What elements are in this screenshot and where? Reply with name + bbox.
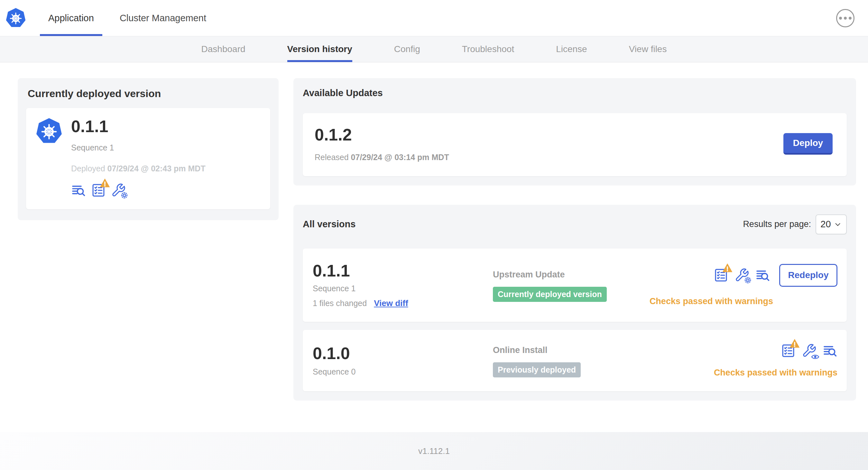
more-options-button[interactable] (836, 9, 855, 27)
update-released-timestamp: Released 07/29/24 @ 03:14 pm MDT (315, 153, 449, 162)
all-versions-card: All versions Results per page: 20 0.1.1 … (293, 205, 856, 401)
deployed-sequence: Sequence 1 (71, 143, 206, 153)
row-sequence: Sequence 0 (313, 367, 493, 376)
wrench-gear-icon[interactable] (735, 268, 749, 282)
version-source: Upstream Update (493, 270, 650, 280)
chevron-down-icon (834, 220, 842, 229)
files-changed-text: 1 files changed (313, 299, 367, 308)
deploy-button[interactable]: Deploy (783, 133, 833, 155)
row-version-number: 0.1.0 (313, 345, 493, 362)
main-content: Currently deployed version 0.1.1 Sequenc… (0, 62, 868, 432)
deployed-action-icons (71, 183, 206, 198)
tab-license[interactable]: License (556, 36, 587, 62)
results-per-page: Results per page: 20 (743, 214, 847, 234)
preflight-status-text: Checks passed with warnings (650, 296, 773, 306)
preflight-status-text: Checks passed with warnings (714, 368, 837, 378)
available-updates-title: Available Updates (303, 88, 847, 98)
log-lines-magnifier-icon[interactable] (71, 183, 86, 198)
footer: v1.112.1 (0, 432, 868, 470)
deployed-timestamp: Deployed 07/29/24 @ 02:43 pm MDT (71, 164, 206, 173)
wrench-eye-icon[interactable] (802, 343, 816, 358)
version-row-0-1-1: 0.1.1 Sequence 1 1 files changed View di… (303, 248, 847, 322)
tab-dashboard[interactable]: Dashboard (202, 36, 245, 62)
warning-triangle-icon (98, 177, 111, 189)
currently-deployed-title: Currently deployed version (28, 88, 270, 100)
top-nav: Application Cluster Management (0, 0, 868, 36)
version-source: Online Install (493, 345, 714, 355)
deployed-version-number: 0.1.1 (71, 118, 206, 135)
tab-config[interactable]: Config (394, 36, 420, 62)
wrench-gear-icon[interactable] (111, 183, 126, 198)
status-badge: Currently deployed version (493, 287, 607, 302)
results-per-page-label: Results per page: (743, 219, 811, 229)
row-sequence: Sequence 1 (313, 284, 493, 293)
version-row-0-1-0: 0.1.0 Sequence 0 Online Install Previous… (303, 330, 847, 391)
app-sub-nav: Dashboard Version history Config Trouble… (0, 36, 868, 62)
status-badge: Previously deployed (493, 362, 581, 377)
view-diff-link[interactable]: View diff (374, 298, 408, 308)
available-update-row: 0.1.2 Released 07/29/24 @ 03:14 pm MDT D… (303, 113, 847, 176)
kubernetes-app-icon (36, 118, 62, 145)
currently-deployed-card: Currently deployed version 0.1.1 Sequenc… (18, 78, 279, 220)
preflight-checklist-warning-icon[interactable] (781, 343, 796, 358)
eye-icon (811, 354, 820, 360)
all-versions-title: All versions (303, 219, 355, 230)
redeploy-button[interactable]: Redeploy (779, 264, 837, 287)
log-lines-magnifier-icon[interactable] (823, 343, 837, 358)
tab-version-history[interactable]: Version history (287, 36, 352, 62)
tab-cluster-management[interactable]: Cluster Management (111, 0, 215, 36)
preflight-checklist-warning-icon[interactable] (714, 268, 728, 282)
warning-triangle-icon (788, 338, 801, 349)
kubernetes-logo-icon (6, 8, 26, 28)
log-lines-magnifier-icon[interactable] (755, 268, 770, 282)
tab-view-files[interactable]: View files (629, 36, 667, 62)
results-per-page-select[interactable]: 20 (815, 214, 847, 234)
update-version-number: 0.1.2 (315, 126, 449, 144)
deployed-version-panel: 0.1.1 Sequence 1 Deployed 07/29/24 @ 02:… (26, 108, 270, 209)
ellipsis-icon (839, 17, 842, 20)
top-nav-tabs: Application Cluster Management (40, 0, 215, 36)
available-updates-card: Available Updates 0.1.2 Released 07/29/2… (293, 78, 856, 186)
warning-triangle-icon (721, 262, 734, 274)
tab-application[interactable]: Application (40, 0, 102, 36)
tab-troubleshoot[interactable]: Troubleshoot (462, 36, 514, 62)
row-version-number: 0.1.1 (313, 262, 493, 280)
console-version: v1.112.1 (418, 446, 450, 456)
preflight-checklist-warning-icon[interactable] (91, 183, 106, 198)
